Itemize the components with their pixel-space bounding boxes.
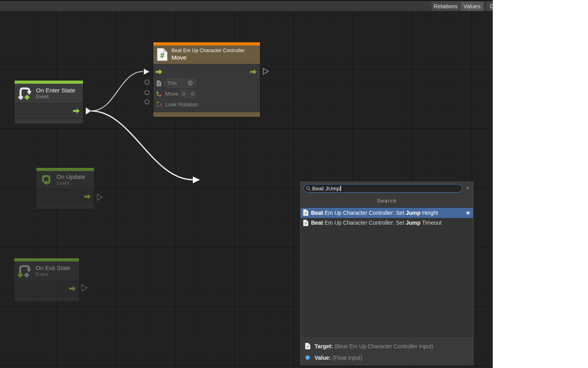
result-text: Em Up Character Controller: Set xyxy=(323,220,405,226)
this-field-value: This xyxy=(167,80,177,86)
move-y-value: 0 xyxy=(191,91,194,97)
flow-arrow-icon[interactable] xyxy=(69,286,76,291)
toolbar-button-relations[interactable]: Relations xyxy=(432,2,460,11)
graph-toolbar: Relations Values Di xyxy=(0,0,493,11)
flow-in-arrow-icon[interactable] xyxy=(156,69,162,75)
search-icon xyxy=(306,186,311,191)
on-enter-state-icon xyxy=(17,86,33,101)
result-text: Height xyxy=(420,210,438,216)
node-move[interactable]: Beat Em Up Character Controller Move Thi… xyxy=(153,42,260,117)
result-detail-panel: Target: (Beat Em Up Character Controller… xyxy=(301,336,473,365)
script-graph-icon xyxy=(156,48,168,61)
this-target-field[interactable]: This xyxy=(164,79,196,88)
node-subtitle: Event xyxy=(57,180,85,186)
node-color-strip xyxy=(36,168,94,171)
node-footer xyxy=(14,297,79,301)
toolbar-button-values[interactable]: Values xyxy=(460,2,484,11)
move-x-value: 0 xyxy=(182,91,185,97)
wire-enter-to-move[interactable] xyxy=(91,71,143,111)
node-footer xyxy=(15,119,83,124)
look-rotation-port-label: Look Rotation xyxy=(165,101,198,107)
search-input[interactable]: Beat JUmp xyxy=(303,184,462,193)
on-exit-state-icon xyxy=(17,263,32,278)
search-result-row[interactable]: Beat Em Up Character Controller: Set Jum… xyxy=(301,218,473,228)
node-title: On Update xyxy=(57,173,85,180)
dangling-wire-arrowhead[interactable] xyxy=(193,176,200,183)
vector2-icon xyxy=(156,91,162,97)
script-graph-icon xyxy=(303,220,309,226)
graph-canvas[interactable]: On Enter State Event Beat Em Up Characte… xyxy=(0,0,493,368)
detail-label: Value: xyxy=(315,355,331,361)
node-on-update[interactable]: On Update Event xyxy=(36,167,94,209)
match-text: Jump xyxy=(406,210,420,216)
node-subtitle: Event xyxy=(36,272,70,278)
value-port-move[interactable] xyxy=(145,90,149,95)
script-graph-icon xyxy=(303,209,309,216)
detail-value: (Beat Em Up Character Controller Input) xyxy=(333,343,433,349)
unit-footer xyxy=(153,112,260,117)
flow-input-port-move[interactable] xyxy=(144,69,149,75)
flow-out-arrow-icon[interactable] xyxy=(250,69,257,75)
move-x-field[interactable]: 0 xyxy=(180,89,187,98)
node-color-strip xyxy=(14,258,79,261)
node-title: On Enter State xyxy=(36,86,75,94)
favorite-star-icon[interactable]: ★ xyxy=(466,209,471,216)
rotation-icon xyxy=(156,101,162,107)
search-results-header: Search xyxy=(301,196,473,207)
text-cursor xyxy=(340,186,341,191)
wire-dangling[interactable] xyxy=(91,111,193,180)
search-results-list: Beat Em Up Character Controller: Set Jum… xyxy=(301,207,473,336)
node-on-exit-state[interactable]: On Exit State Event xyxy=(14,258,79,302)
search-query-text: Beat JUmp xyxy=(312,186,340,192)
node-selected-strip xyxy=(153,42,260,45)
float-input-icon xyxy=(305,355,311,360)
detail-value: (Float Input) xyxy=(331,355,362,361)
flow-arrow-icon[interactable] xyxy=(84,194,91,199)
value-port-this[interactable] xyxy=(145,80,149,84)
search-result-row[interactable]: Beat Em Up Character Controller: Set Jum… xyxy=(301,208,473,218)
script-graph-icon xyxy=(156,80,162,86)
flow-output-port-enter[interactable] xyxy=(86,107,91,115)
node-title: On Exit State xyxy=(36,264,70,272)
result-text: Em Up Character Controller: Set xyxy=(323,210,405,216)
move-port-label: Move xyxy=(165,91,178,97)
flow-output-port-move[interactable] xyxy=(263,68,268,74)
node-color-strip xyxy=(15,81,83,84)
fuzzy-finder-popup: Beat JUmp × Search Beat Em Up Character … xyxy=(300,182,473,365)
detail-label: Target: xyxy=(315,343,333,349)
script-graph-icon xyxy=(305,343,311,349)
on-update-icon xyxy=(40,173,53,186)
node-subtitle: Event xyxy=(36,94,75,100)
toolbar-button-dim[interactable]: Di xyxy=(487,2,493,11)
unit-title: Move xyxy=(172,54,245,61)
match-text: Jump xyxy=(406,220,420,226)
right-empty-panel xyxy=(493,0,588,368)
match-text: Beat xyxy=(311,210,323,216)
flow-arrow-icon[interactable] xyxy=(73,108,80,114)
value-port-look-rotation[interactable] xyxy=(145,100,149,104)
node-on-enter-state[interactable]: On Enter State Event xyxy=(14,80,83,124)
flow-output-port-exit[interactable] xyxy=(82,285,87,291)
node-footer xyxy=(36,204,94,209)
close-icon[interactable]: × xyxy=(466,185,469,191)
unit-group-title: Beat Em Up Character Controller xyxy=(172,48,245,53)
match-text: Beat xyxy=(311,220,323,226)
result-text: Timeout xyxy=(420,220,442,226)
move-y-field[interactable]: 0 xyxy=(189,89,196,98)
target-picker-icon[interactable] xyxy=(188,81,193,86)
flow-output-port-update[interactable] xyxy=(97,194,102,200)
